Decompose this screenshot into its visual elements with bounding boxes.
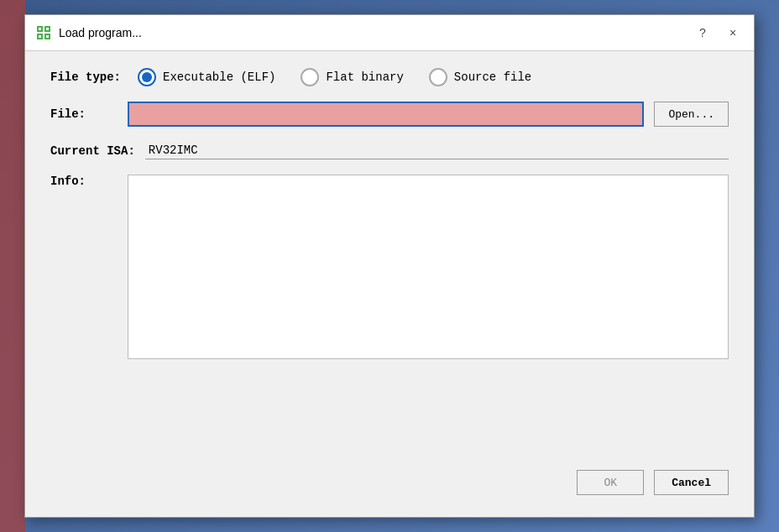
svg-rect-4 [39,28,41,30]
file-type-label: File type: [50,70,121,84]
file-type-row: File type: Executable (ELF) Flat binary … [50,68,729,86]
dialog-title: Load program... [59,26,142,39]
help-button[interactable]: ? [692,22,714,44]
title-bar: Load program... ? × [25,15,754,51]
radio-circle-flat [301,68,319,86]
file-row: File: Open... [50,102,729,127]
dialog-wrapper: Load program... ? × File type: Executabl… [0,0,779,532]
ok-button[interactable]: OK [577,470,644,495]
title-bar-left: Load program... [35,24,142,41]
app-icon [35,24,52,41]
radio-option-elf[interactable]: Executable (ELF) [138,68,275,86]
radio-option-source[interactable]: Source file [429,68,531,86]
window-close-button[interactable]: × [722,22,744,44]
radio-group: Executable (ELF) Flat binary Source file [138,68,531,86]
info-row: Info: [50,175,729,446]
button-row: OK Cancel [50,462,729,500]
radio-label-elf: Executable (ELF) [163,70,275,84]
file-label: File: [50,107,118,121]
file-input-wrapper [128,102,644,127]
dialog-body: File type: Executable (ELF) Flat binary … [25,51,754,517]
radio-label-source: Source file [454,70,531,84]
file-input[interactable] [128,102,644,127]
isa-value[interactable] [145,142,729,159]
load-program-dialog: Load program... ? × File type: Executabl… [24,14,755,518]
isa-row: Current ISA: [50,142,729,159]
radio-option-flat[interactable]: Flat binary [301,68,403,86]
open-button[interactable]: Open... [654,102,729,127]
radio-circle-elf [138,68,156,86]
cancel-button[interactable]: Cancel [654,470,729,495]
isa-label: Current ISA: [50,144,135,158]
info-label: Info: [50,175,118,188]
radio-circle-source [429,68,447,86]
info-textarea[interactable] [128,175,729,359]
svg-rect-7 [46,35,49,38]
svg-rect-5 [46,28,49,30]
radio-label-flat: Flat binary [326,70,403,84]
svg-rect-6 [39,35,41,38]
title-bar-right: ? × [692,22,744,44]
